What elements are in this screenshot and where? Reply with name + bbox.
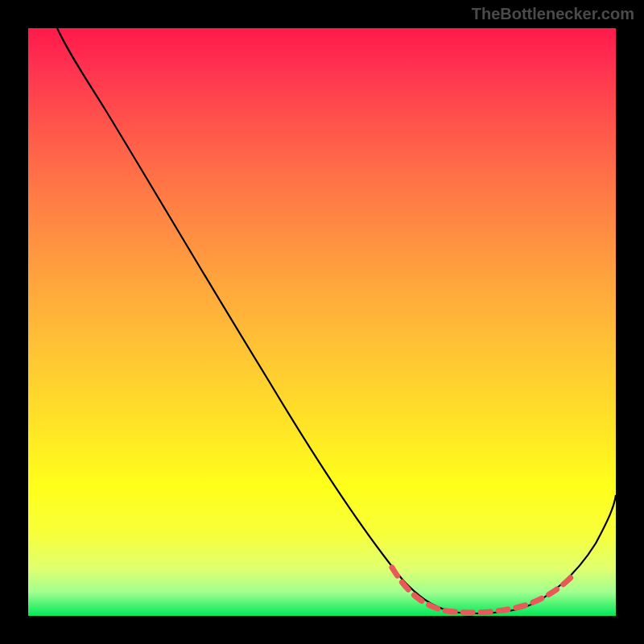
plot-area xyxy=(28,28,616,616)
watermark-text: TheBottlenecker.com xyxy=(472,5,634,23)
bottleneck-curve xyxy=(57,28,616,613)
optimal-zone-dashes xyxy=(392,568,576,613)
chart-svg xyxy=(28,28,616,616)
